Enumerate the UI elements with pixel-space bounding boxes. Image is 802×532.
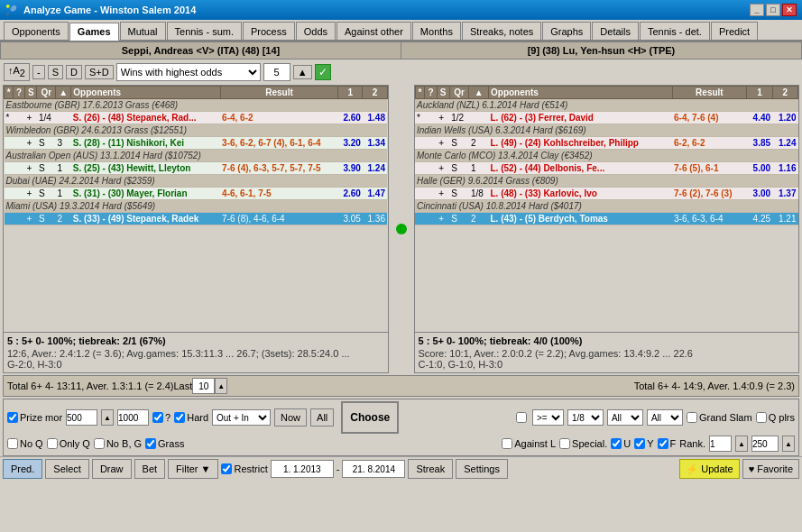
rank-min-input[interactable]: [709, 436, 732, 452]
d-button[interactable]: D: [66, 65, 82, 79]
tab-process[interactable]: Process: [243, 22, 295, 40]
table-row[interactable]: * + 1/2 L. (62) - (3) Ferrer, David 6-4,…: [415, 112, 798, 124]
table-row[interactable]: * + 1/4 S. (26) - (48) Stepanek, Rad... …: [5, 112, 388, 124]
prize-max-input[interactable]: [117, 409, 149, 426]
checkmark-button[interactable]: ✓: [315, 64, 331, 80]
u-checkbox[interactable]: [611, 438, 622, 449]
sort-az-button[interactable]: ↑A2: [4, 63, 30, 80]
rank-label: Rank.: [679, 438, 705, 449]
no-q-label: No Q: [7, 438, 43, 449]
filter-select[interactable]: Wins with highest odds: [116, 63, 261, 81]
bet-button[interactable]: Bet: [134, 459, 166, 479]
tab-mutual[interactable]: Mutual: [120, 22, 166, 40]
q-plrs-checkbox[interactable]: [756, 412, 767, 423]
bottom-controls: Prize mor ▲ ? Hard Out + In Now All Choo…: [3, 399, 799, 456]
tab-against-other[interactable]: Against other: [336, 22, 411, 40]
u-label: U: [611, 438, 631, 449]
table-row[interactable]: + S 1 S. (31) - (30) Mayer, Florian 4-6,…: [5, 188, 388, 200]
minimize-button[interactable]: _: [750, 4, 764, 16]
q-plrs-label: Q plrs: [756, 412, 795, 423]
left-stats-detail2: G-2:0, H-3:0: [7, 359, 384, 370]
table-row[interactable]: + S 3 S. (28) - (11) Nishikori, Kei 3-6,…: [5, 137, 388, 150]
close-button[interactable]: ✕: [782, 4, 797, 16]
grass-checkbox[interactable]: [145, 438, 156, 449]
choose-button[interactable]: Choose: [341, 401, 399, 434]
restrict-label: Restrict: [221, 463, 267, 474]
against-l-checkbox[interactable]: [502, 438, 512, 449]
prize-up-button[interactable]: ▲: [101, 409, 114, 426]
streak-button[interactable]: Streak: [408, 459, 453, 479]
no-q-checkbox[interactable]: [7, 438, 18, 449]
num-input[interactable]: [263, 63, 290, 81]
table-row[interactable]: + S 1 S. (25) - (43) Hewitt, Lleyton 7-6…: [5, 162, 388, 175]
gte-checkbox[interactable]: [516, 412, 527, 423]
grand-slam-checkbox[interactable]: [687, 412, 697, 423]
y-checkbox[interactable]: [634, 438, 645, 449]
question-checkbox[interactable]: [152, 412, 163, 423]
s-button[interactable]: S: [48, 65, 63, 79]
tab-predict[interactable]: Predict: [711, 22, 758, 40]
filter-button[interactable]: Filter ▼: [168, 459, 218, 479]
favorite-button[interactable]: ♥ Favorite: [742, 459, 799, 479]
tab-graphs[interactable]: Graphs: [542, 22, 591, 40]
tab-details[interactable]: Details: [592, 22, 639, 40]
minus-button[interactable]: -: [32, 65, 45, 79]
restrict-checkbox[interactable]: [221, 463, 232, 474]
left-stats-main: 5 : 5+ 0- 100%; tiebreak: 2/1 (67%): [7, 335, 384, 346]
tab-months[interactable]: Months: [412, 22, 461, 40]
last-up-button[interactable]: ▲: [215, 378, 227, 394]
hard-checkbox[interactable]: [174, 412, 185, 423]
maximize-button[interactable]: □: [766, 4, 780, 16]
tab-tennis-sum[interactable]: Tennis - sum.: [167, 22, 242, 40]
col-q-left: ?: [14, 87, 25, 99]
arrow-up-button[interactable]: ▲: [293, 65, 312, 79]
tab-opponents[interactable]: Opponents: [4, 22, 69, 40]
no-b-g-checkbox[interactable]: [94, 438, 105, 449]
prize-mor-checkbox[interactable]: [7, 412, 18, 423]
draw-button[interactable]: Draw: [92, 459, 132, 479]
pred-button[interactable]: Pred.: [3, 459, 42, 479]
tab-games[interactable]: Games: [69, 23, 119, 41]
no-b-g-label: No B, G: [94, 438, 142, 449]
settings-button[interactable]: Settings: [456, 459, 508, 479]
select-button[interactable]: Select: [45, 459, 89, 479]
date-from-input[interactable]: [271, 460, 334, 478]
table-row[interactable]: + S 2 L. (43) - (5) Berdych, Tomas 3-6, …: [415, 213, 798, 225]
gte-label: [516, 412, 529, 423]
table-row[interactable]: + S 1 L. (52) - (44) Delbonis, Fe... 7-6…: [415, 162, 798, 175]
all2-select[interactable]: All: [647, 409, 683, 426]
gte-select[interactable]: >=: [532, 409, 564, 426]
col-1-right: 1: [747, 87, 772, 99]
sd-button[interactable]: S+D: [85, 65, 114, 79]
col-result-left: Result: [220, 87, 338, 99]
update-button[interactable]: ⚡ Update: [679, 459, 740, 479]
out-in-select[interactable]: Out + In: [212, 409, 271, 426]
table-row[interactable]: + S 1/8 L. (48) - (33) Karlovic, Ivo 7-6…: [415, 188, 798, 200]
rank-max-up-button[interactable]: ▲: [782, 436, 795, 452]
tab-streaks[interactable]: Streaks, notes: [462, 22, 541, 40]
special-checkbox[interactable]: [559, 438, 570, 449]
tab-tennis-det[interactable]: Tennis - det.: [640, 22, 710, 40]
col-opp-left: Opponents: [71, 87, 220, 99]
f-checkbox[interactable]: [658, 438, 668, 449]
surface-select[interactable]: All: [607, 409, 643, 426]
rank-max-input[interactable]: [751, 436, 779, 452]
left-total: Total 6+ 4- 13:11, Aver. 1.3:1.1 (= 2.4): [7, 381, 173, 391]
table-row[interactable]: + S 2 S. (33) - (49) Stepanek, Radek 7-6…: [5, 213, 388, 225]
main-panels: * ? S Qr ▲ Opponents Result 1 2 Eastbour…: [3, 85, 799, 373]
all-button[interactable]: All: [310, 408, 334, 427]
col-qr-left: Qr: [37, 87, 56, 99]
prize-min-input[interactable]: [66, 409, 97, 426]
bottom-row1: Prize mor ▲ ? Hard Out + In Now All Choo…: [7, 401, 795, 434]
now-button[interactable]: Now: [274, 408, 307, 427]
frac-select[interactable]: 1/8: [567, 409, 604, 426]
rank-up-button[interactable]: ▲: [735, 436, 748, 452]
status-indicator: [396, 224, 407, 234]
date-to-input[interactable]: [342, 460, 405, 478]
only-q-checkbox[interactable]: [47, 438, 58, 449]
table-row[interactable]: + S 2 L. (49) - (24) Kohlschreiber, Phil…: [415, 137, 798, 150]
right-player-header: [9] (38) Lu, Yen-hsun <H> (TPE): [401, 42, 801, 59]
controls-bar: ↑A2 - S D S+D Wins with highest odds ▲ ✓: [0, 61, 802, 83]
last-input[interactable]: [192, 378, 215, 394]
tab-odds[interactable]: Odds: [296, 22, 336, 40]
